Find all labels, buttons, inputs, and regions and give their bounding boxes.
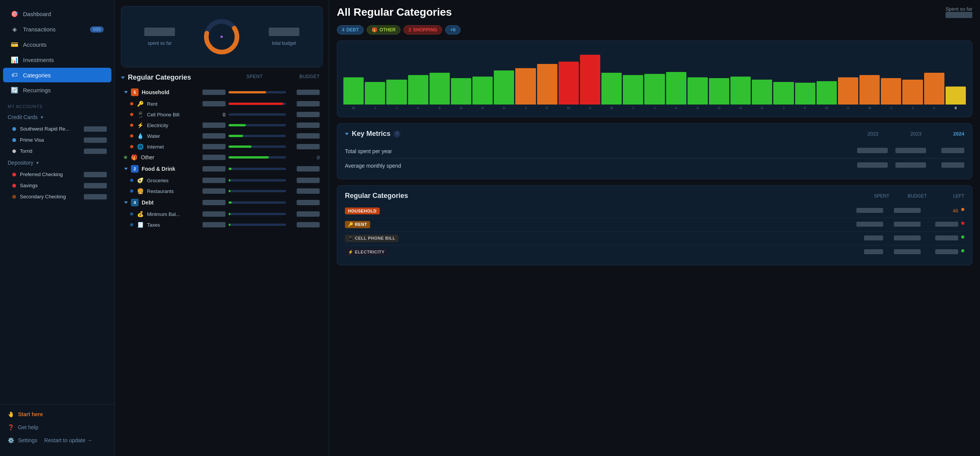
bar-group bbox=[343, 77, 364, 105]
bar-group bbox=[451, 78, 471, 105]
bar-group bbox=[386, 80, 407, 105]
bar-group bbox=[644, 74, 665, 105]
min-balance-icon: 💰 bbox=[136, 211, 144, 217]
filter-tag-debt[interactable]: 4 DEBT bbox=[337, 25, 364, 34]
bar-group bbox=[494, 70, 514, 105]
category-food-drink[interactable]: 2 Food & Drink $$$$ $$$ bbox=[121, 163, 323, 175]
reg-cat-header: Regular Categories SPENT BUDGET LEFT bbox=[345, 192, 964, 200]
reg-cat-row-cell[interactable]: 📱 CELL PHONE BILL bbox=[345, 232, 964, 245]
cat-budget: $$$ bbox=[289, 144, 320, 150]
bar-group bbox=[430, 73, 450, 105]
progress-bar bbox=[229, 179, 230, 181]
debt-count: 4 bbox=[342, 27, 345, 33]
bar bbox=[623, 75, 643, 105]
account-savings[interactable]: Savings $$$$ bbox=[0, 180, 114, 191]
bar-group bbox=[365, 82, 385, 105]
expand-icon[interactable] bbox=[124, 201, 128, 204]
chart-x-label: J bbox=[881, 106, 901, 110]
sidebar-item-accounts[interactable]: 💳 Accounts bbox=[3, 37, 111, 52]
account-torrid[interactable]: Torrid $$$$ bbox=[0, 145, 114, 157]
sidebar-item-recurrings[interactable]: 🔄 Recurrings bbox=[3, 83, 111, 98]
help-icon[interactable]: ? bbox=[394, 131, 400, 137]
get-help-item[interactable]: ❓ Get help bbox=[0, 421, 114, 434]
account-secondary[interactable]: Secondary Checking $$$$ bbox=[0, 191, 114, 202]
expand-icon[interactable] bbox=[124, 168, 128, 170]
taxes-icon: 🧾 bbox=[136, 222, 144, 228]
chart-x-label: A bbox=[838, 106, 858, 110]
reg-cat-vals bbox=[849, 235, 964, 242]
expand-icon[interactable] bbox=[124, 91, 128, 93]
content-area: spent so far total budget bbox=[115, 0, 980, 456]
start-here-icon: 🤚 bbox=[8, 411, 14, 417]
category-household[interactable]: 5 Household $$$$ $$$ bbox=[121, 86, 323, 98]
household-badge: HOUSEHOLD bbox=[345, 208, 380, 214]
dashboard-icon: 🎯 bbox=[11, 10, 18, 18]
bar bbox=[601, 73, 622, 105]
category-rent[interactable]: 🔑 Rent $$$$ $$$ bbox=[121, 98, 323, 109]
cat-amount: $$ bbox=[195, 144, 225, 150]
spent-val bbox=[849, 222, 883, 228]
category-cell-phone[interactable]: 📱 Cell Phone Bill 0 $$$ bbox=[121, 109, 323, 120]
cat-dot bbox=[130, 134, 133, 137]
bar bbox=[515, 68, 536, 105]
filter-tag-other[interactable]: 🎁 OTHER bbox=[367, 25, 400, 34]
filter-tag-more[interactable]: +6 bbox=[445, 25, 461, 34]
chart-x-label: M bbox=[859, 106, 880, 110]
year-2024: 2024 bbox=[926, 131, 964, 137]
category-restaurants[interactable]: 🍔 Restaurants $$ $$$ bbox=[121, 186, 323, 196]
sidebar-item-dashboard[interactable]: 🎯 Dashboard bbox=[3, 7, 111, 21]
bar bbox=[666, 72, 686, 105]
chart-x-label: J bbox=[623, 106, 643, 110]
category-other[interactable]: 🎁 Other $$ 0 bbox=[121, 152, 323, 163]
reg-cat-row-electricity[interactable]: ⚡ ELECTRICITY bbox=[345, 245, 964, 259]
start-here-item[interactable]: 🤚 Start here bbox=[0, 408, 114, 421]
key-metrics-header: Key Metrics ? 2022 2023 2024 bbox=[345, 130, 964, 138]
chart-x-label: S bbox=[430, 106, 450, 110]
reg-cat-row-rent[interactable]: 🔑 RENT bbox=[345, 218, 964, 232]
credit-cards-group[interactable]: Credit Cards ▼ bbox=[0, 111, 114, 123]
sidebar-item-transactions[interactable]: ◈ Transactions 899 bbox=[3, 22, 111, 37]
bar bbox=[709, 78, 729, 105]
account-balance: $$$$ bbox=[84, 137, 107, 143]
category-groceries[interactable]: 🥑 Groceries $$ $$$ bbox=[121, 175, 323, 186]
sidebar-item-investments[interactable]: 📊 Investments bbox=[3, 52, 111, 67]
category-taxes[interactable]: 🧾 Taxes $$ $$$ bbox=[121, 219, 323, 230]
category-min-balance[interactable]: 💰 Minimum Bal... $$ $$$ bbox=[121, 209, 323, 219]
sidebar-item-categories[interactable]: 🏷 Categories bbox=[3, 68, 111, 82]
expand-icon[interactable] bbox=[121, 77, 125, 79]
bar-group bbox=[408, 75, 428, 105]
category-debt[interactable]: 4 Debt $$$$ $$$ bbox=[121, 196, 323, 209]
cat-dot bbox=[130, 212, 133, 216]
depository-label: Depository bbox=[8, 160, 33, 166]
reg-cat-row-household[interactable]: HOUSEHOLD 46 bbox=[345, 204, 964, 218]
filter-tag-shopping[interactable]: 2 SHOPPING bbox=[403, 25, 442, 34]
account-southwest[interactable]: Southwest Rapid Re... $$$$ bbox=[0, 123, 114, 134]
bar bbox=[365, 82, 385, 105]
category-water[interactable]: 💧 Water $$ $$$ bbox=[121, 131, 323, 141]
bar bbox=[881, 78, 901, 105]
account-balance: $$$$ bbox=[84, 183, 107, 188]
category-electricity[interactable]: ⚡ Electricity $$ $$$ bbox=[121, 120, 323, 131]
cell-phone-icon: 📱 bbox=[136, 111, 144, 118]
account-preferred[interactable]: Preferred Checking $$$$ bbox=[0, 169, 114, 180]
cat-amount: $$ bbox=[195, 222, 225, 228]
progress-bar-container bbox=[229, 213, 286, 215]
depository-group[interactable]: Depository ▼ bbox=[0, 157, 114, 169]
bar-group bbox=[946, 87, 966, 105]
settings-item[interactable]: ⚙️ Settings Restart to update → bbox=[0, 434, 114, 447]
sidebar-item-label: Transactions bbox=[23, 26, 56, 33]
restart-button[interactable]: Restart to update → bbox=[44, 437, 92, 443]
account-prime-visa[interactable]: Prime Visa $$$$ bbox=[0, 134, 114, 145]
cat-amount: $$$$ bbox=[195, 200, 225, 206]
progress-bar-container bbox=[229, 190, 286, 192]
groceries-icon: 🥑 bbox=[136, 177, 144, 183]
sidebar-item-label: Accounts bbox=[23, 41, 47, 48]
progress-bar bbox=[229, 145, 252, 148]
sidebar-item-label: Investments bbox=[23, 57, 54, 63]
left-val bbox=[924, 222, 958, 228]
cat-name: Restaurants bbox=[147, 188, 192, 194]
shopping-count: 2 bbox=[408, 27, 411, 33]
water-icon: 💧 bbox=[136, 133, 144, 139]
expand-icon[interactable] bbox=[345, 133, 349, 135]
category-internet[interactable]: 🌐 Internet $$ $$$ bbox=[121, 141, 323, 152]
